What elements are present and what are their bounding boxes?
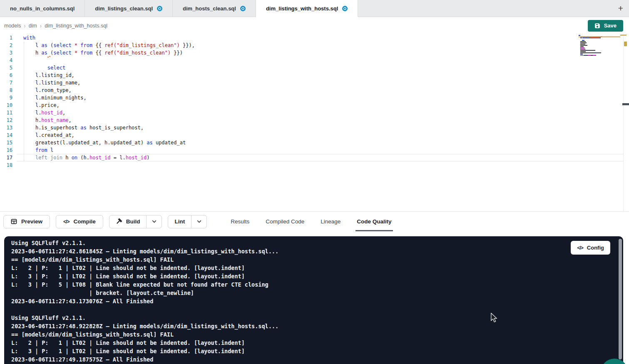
minimap[interactable] (579, 35, 620, 57)
tab-code-quality[interactable]: Code Quality (356, 212, 393, 231)
code-line[interactable]: 9 l.minimum_nights, (0, 94, 623, 102)
code-line[interactable]: 15 greatest(l.updated_at, h.updated_at) … (0, 139, 623, 146)
code-line[interactable]: 13 h.is_superhost as host_is_superhost, (0, 124, 623, 131)
code-token: h.is_superhost (35, 125, 80, 131)
terminal-section: Using SQLFluff v2.1.1.2023-06-06T11:27:4… (0, 231, 629, 364)
code-token (23, 87, 35, 93)
code-line[interactable]: 5 select (0, 64, 623, 72)
file-header: models›dim›dim_listings_with_hosts.sql S… (0, 17, 629, 34)
code-token: from (35, 147, 47, 153)
lint-button[interactable]: Lint (168, 215, 191, 228)
minimap-token (584, 47, 584, 48)
ruler-warning-marker (624, 42, 627, 46)
preview-label: Preview (21, 218, 42, 225)
build-options-button[interactable] (146, 215, 162, 228)
line-number: 11 (0, 109, 12, 116)
new-tab-button[interactable]: + (612, 0, 629, 17)
minimap-token (599, 37, 601, 38)
terminal-scrollbar[interactable] (619, 239, 622, 359)
compile-button[interactable]: </> Compile (56, 215, 103, 228)
code-line[interactable]: 6 l.listing_id, (0, 72, 623, 79)
code-token: l.created_at, (35, 132, 75, 138)
minimap-token (582, 40, 584, 41)
editor-tab[interactable]: no_nulls_in_columns.sql (0, 0, 85, 17)
compile-label: Compile (73, 218, 95, 225)
code-token: ref("dim_listings_clean") (104, 42, 180, 48)
code-line[interactable]: 18 (0, 161, 623, 169)
minimap-token (579, 35, 580, 36)
code-token: as (41, 42, 47, 48)
minimap-line (579, 50, 620, 51)
editor-tab[interactable]: dim_hosts_clean.sql (173, 0, 256, 17)
terminal-line: 2023-06-06T11:27:43.173076Z – All Finish… (11, 297, 623, 305)
minimap-line (579, 40, 620, 41)
code-token: h (35, 50, 41, 56)
code-token: * (75, 42, 77, 48)
code-line[interactable]: 2 l as (select * from {{ ref("dim_listin… (0, 42, 623, 49)
line-number: 12 (0, 116, 12, 124)
terminal-lines: Using SQLFluff v2.1.1.2023-06-06T11:27:4… (11, 239, 623, 364)
terminal-line: == [models/dim/dim_listings_with_hosts.s… (11, 255, 623, 264)
breadcrumb-segment[interactable]: dim (29, 23, 37, 29)
code-line[interactable]: 12 h.host_name, (0, 116, 623, 124)
code-line[interactable]: 8 l.room_type, (0, 87, 623, 94)
code-line[interactable]: 16 from l (0, 146, 623, 154)
save-button[interactable]: Save (588, 20, 623, 32)
code-line[interactable]: 14 l.created_at, (0, 131, 623, 139)
code-line[interactable]: 17 left join h on (h.host_id = l.host_id… (0, 154, 623, 161)
code-token: select (53, 50, 71, 56)
editor-tab[interactable]: dim_listings_clean.sql (85, 0, 173, 17)
code-editor[interactable]: 1with2 l as (select * from {{ ref("dim_l… (0, 34, 629, 211)
minimap-token (580, 44, 585, 45)
minimap-line (579, 52, 620, 53)
preview-button[interactable]: Preview (3, 215, 50, 228)
code-line-text: h.host_name, (12, 116, 72, 124)
breadcrumb-segment[interactable]: models (4, 23, 21, 29)
code-token: l (35, 42, 41, 48)
code-line[interactable]: 11 l.host_id, (0, 109, 623, 116)
minimap-line (579, 35, 620, 36)
code-line-text: greatest(l.updated_at, h.updated_at) as … (12, 139, 186, 146)
line-number: 10 (0, 102, 12, 109)
code-line[interactable]: 7 l.listing_name, (0, 79, 623, 87)
minimap-line (579, 45, 620, 46)
minimap-line (579, 36, 620, 37)
tab-lineage[interactable]: Lineage (319, 212, 342, 231)
code-line-text: h as (select * from {{ ref("dim_hosts_cl… (12, 49, 183, 57)
terminal-line: 2023-06-06T11:27:42.861845Z – Linting mo… (11, 247, 623, 255)
line-number: 16 (0, 146, 12, 154)
code-line[interactable]: 4 (0, 57, 623, 64)
lint-options-button[interactable] (191, 215, 206, 228)
tab-results[interactable]: Results (229, 212, 251, 231)
minimap-line (579, 37, 620, 38)
breadcrumb-segment[interactable]: dim_listings_with_hosts.sql (45, 23, 107, 29)
code-token: ref("dim_hosts_clean") (104, 50, 171, 56)
code-token: on (72, 155, 77, 161)
code-token: {{ (92, 50, 104, 56)
code-line-text: l.room_type, (12, 87, 72, 94)
minimap-line (579, 39, 620, 40)
code-token: h. (35, 117, 41, 123)
unsaved-changes-icon (240, 6, 246, 11)
minimap-token (580, 41, 586, 42)
code-line-text: select (12, 64, 65, 72)
code-line[interactable]: 1with (0, 34, 623, 42)
build-button[interactable]: Build (109, 215, 147, 228)
tab-label: no_nulls_in_columns.sql (10, 5, 75, 12)
tab-compiled-code[interactable]: Compiled Code (264, 212, 306, 231)
config-label: Config (587, 245, 604, 251)
code-token: = l. (111, 155, 126, 161)
code-token (72, 42, 75, 48)
minimap-token (580, 45, 587, 46)
line-number: 6 (0, 72, 12, 79)
code-line[interactable]: 3 h as (select * from {{ ref("dim_hosts_… (0, 49, 623, 57)
minimap-token (580, 46, 584, 47)
code-token (23, 102, 35, 108)
minimap-token (580, 42, 587, 43)
config-button[interactable]: </> Config (571, 241, 610, 255)
chevron-down-icon (152, 219, 157, 224)
editor-tab[interactable]: dim_listings_with_hosts.sql (256, 0, 358, 17)
terminal-line: L: 3 | P: 5 | LT08 | Blank line expected… (11, 280, 623, 289)
code-line[interactable]: 10 l.price, (0, 102, 623, 109)
code-token: updated_at (153, 140, 186, 146)
